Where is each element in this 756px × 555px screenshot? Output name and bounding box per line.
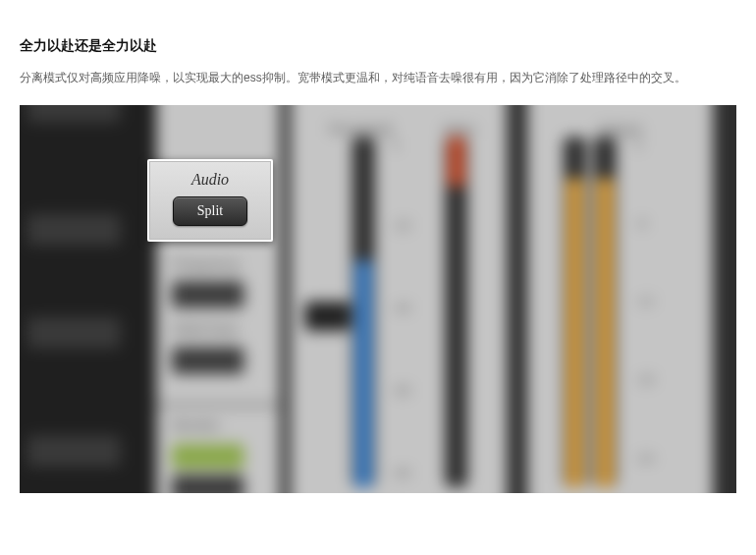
bg-dark-button <box>27 214 120 246</box>
bg-dark-sidebar <box>20 105 156 493</box>
bg-monitor-button-2 <box>172 475 244 493</box>
section-paragraph: 分离模式仅对高频应用降噪，以实现最大的ess抑制。宽带模式更温和，对纯语音去噪很… <box>20 69 736 87</box>
bg-output-ticks: 0 -6 -12 -18 -24 <box>634 137 666 487</box>
bg-sidechain-label: SideChain <box>172 320 239 337</box>
bg-monitor-button <box>172 444 244 469</box>
bg-frequency-value <box>172 281 244 307</box>
bg-threshold-ticks: 0 -20 -40 -60 -80 <box>392 137 423 487</box>
plugin-screenshot: Frequency SideChain Monitor Threshold At… <box>20 105 736 493</box>
bg-atten-meter <box>445 137 467 487</box>
bg-output-meter-r <box>593 137 616 487</box>
bg-dark-button <box>27 436 120 468</box>
section-heading: 全力以赴还是全力以赴 <box>20 37 736 55</box>
bg-frequency-label: Frequency <box>172 255 240 272</box>
bg-threshold-title: Threshold <box>328 122 392 139</box>
audio-section-label: Audio <box>149 171 271 189</box>
bg-atten-title: Atten <box>443 122 476 139</box>
bg-threshold-level <box>355 260 372 487</box>
audio-mode-popup: Audio Split <box>147 159 273 242</box>
bg-dark-button <box>27 317 120 349</box>
blurred-background: Frequency SideChain Monitor Threshold At… <box>20 105 736 493</box>
bg-output-level-r <box>597 178 614 487</box>
bg-output-title: Output <box>599 122 642 139</box>
bg-threshold-slider <box>304 302 350 330</box>
bg-sidechain-value <box>172 348 244 374</box>
bg-threshold-meter <box>352 137 375 487</box>
bg-output-level-l <box>567 178 583 487</box>
bg-divider <box>156 403 280 407</box>
bg-output-panel: Output 0 -6 -12 -18 -24 <box>527 105 713 493</box>
split-button[interactable]: Split <box>173 196 247 226</box>
bg-monitor-label: Monitor <box>172 417 220 434</box>
bg-output-meter-l <box>564 137 586 487</box>
bg-atten-level <box>448 137 464 186</box>
bg-dark-button <box>27 105 120 122</box>
bg-threshold-panel: Threshold Atten 0 -20 -40 -60 -80 <box>291 105 507 493</box>
